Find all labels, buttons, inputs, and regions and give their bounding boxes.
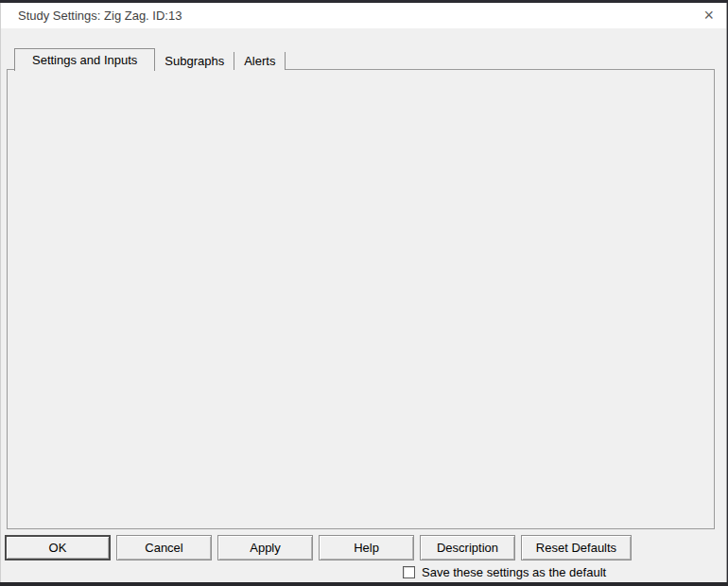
dialog-button-label: Reset Defaults [536, 541, 616, 555]
dialog-button[interactable]: Cancel [116, 535, 212, 560]
dialog-button-row: OK Cancel Apply Help Description [5, 535, 632, 560]
dialog-button[interactable]: Reset Defaults [521, 535, 632, 560]
dialog-button[interactable]: OK [5, 535, 111, 560]
tab[interactable]: Alerts [234, 52, 286, 70]
dialog-title: Study Settings: Zig Zag. ID:13 [18, 9, 182, 23]
checkbox-label: Save these settings as the default [415, 565, 606, 579]
tab-label: Alerts [244, 54, 275, 68]
dialog-button-label: Apply [250, 541, 281, 555]
dialog-button[interactable]: Description [420, 535, 515, 560]
tab-label: Subgraphs [165, 54, 224, 68]
dialog-button-label: OK [49, 541, 67, 555]
tab[interactable]: Subgraphs [155, 52, 234, 70]
screen: Study Settings: Zig Zag. ID:13 × Setting… [0, 0, 728, 586]
study-settings-dialog: Study Settings: Zig Zag. ID:13 × Setting… [0, 3, 727, 582]
tab-page [7, 69, 715, 529]
checkbox-box[interactable] [403, 566, 415, 578]
dialog-button-label: Cancel [145, 541, 182, 555]
tab[interactable]: Settings and Inputs [14, 48, 155, 71]
close-icon[interactable]: × [703, 6, 714, 26]
dialog-button-label: Help [354, 541, 379, 555]
background-app-strip [0, 582, 728, 586]
tab-bar: Settings and Inputs Subgraphs Alerts [14, 45, 286, 70]
dialog-button[interactable]: Apply [217, 535, 313, 560]
dialog-button-label: Description [437, 541, 498, 555]
dialog-button[interactable]: Help [319, 535, 414, 560]
dialog-titlebar[interactable]: Study Settings: Zig Zag. ID:13 × [1, 3, 726, 28]
tab-label: Settings and Inputs [32, 53, 137, 67]
save-as-default-checkbox[interactable]: Save these settings as the default [403, 565, 606, 579]
